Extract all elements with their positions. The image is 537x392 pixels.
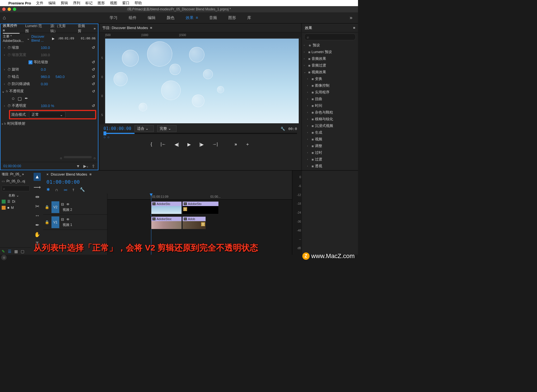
fx-tree-item[interactable]: ›■透视: [302, 163, 358, 169]
fx-tree-item[interactable]: ›■扭曲: [302, 96, 358, 102]
slip-tool-icon[interactable]: ↔: [35, 213, 40, 219]
ec-scroll-left-icon[interactable]: ○: [60, 156, 62, 160]
lock-v2-icon[interactable]: 🔒: [45, 205, 49, 209]
effects-menu-icon[interactable]: ≡: [353, 26, 355, 30]
reset-opacity-section-icon[interactable]: ↺: [92, 89, 95, 93]
ws-audio[interactable]: 音频: [209, 15, 217, 20]
section-time-remap[interactable]: 时间重映射: [7, 121, 25, 126]
clip-v2-b[interactable]: fxAdobeSto 交: [182, 201, 219, 214]
fx-tree-item[interactable]: ›■实用程序: [302, 89, 358, 96]
track-head-v2[interactable]: 🔒 V2 ⊟视频 2: [43, 200, 107, 215]
uniform-scale-checkbox[interactable]: ✓: [29, 60, 32, 64]
fx-tree-item[interactable]: ⌄■视频效果: [302, 69, 358, 75]
clip-v1-b[interactable]: fxAdob 交: [182, 216, 206, 229]
track-select-tool-icon[interactable]: ⟶: [34, 184, 41, 190]
toggle-v1-icon[interactable]: [66, 217, 70, 221]
ws-color[interactable]: 颜色: [167, 15, 175, 20]
timeline-seq-name[interactable]: Discover Blend Modes: [51, 172, 87, 176]
ec-filter-icon[interactable]: ▼: [76, 164, 80, 168]
menu-help[interactable]: 帮助: [135, 1, 142, 6]
blend-mode-dropdown[interactable]: 正常 ⌄: [29, 112, 65, 118]
section-opacity[interactable]: 不透明度: [9, 89, 24, 94]
linked-icon[interactable]: ⫘: [63, 187, 67, 192]
workspace-overflow-icon[interactable]: »: [350, 15, 355, 21]
tab-lumetri-scopes[interactable]: Lumetri 范围: [25, 23, 45, 34]
fx-tree-item[interactable]: ›■图像控制: [302, 82, 358, 89]
val-scale[interactable]: 100.0: [41, 46, 50, 50]
pen-tool-icon[interactable]: ✒: [35, 222, 39, 228]
ws-effects[interactable]: 效果 ≡: [186, 15, 198, 20]
v1-target[interactable]: V1: [51, 216, 59, 228]
tab-effect-controls[interactable]: 效果控件 ≡: [3, 23, 20, 34]
label-swatch-green[interactable]: [2, 200, 6, 204]
toggle-v2-icon[interactable]: [66, 202, 70, 206]
sync-lock-v1-icon[interactable]: ⊟: [61, 217, 64, 221]
clip-v1-a[interactable]: fxAdobeStoc: [151, 216, 182, 229]
ec-sequence-clip[interactable]: Discover Blend ...: [31, 35, 50, 42]
goto-out-icon[interactable]: →|: [212, 142, 218, 147]
goto-in-icon[interactable]: |←: [161, 142, 166, 147]
ws-learn[interactable]: 学习: [110, 15, 117, 20]
menu-clip[interactable]: 剪辑: [61, 1, 68, 6]
mark-in-icon[interactable]: {: [151, 142, 152, 147]
add-marker-icon[interactable]: ＋: [245, 141, 250, 147]
item-name-2[interactable]: M: [11, 206, 14, 210]
menu-window[interactable]: 窗口: [122, 1, 129, 6]
item-name-1[interactable]: Di: [12, 200, 15, 204]
step-fwd-icon[interactable]: |▶: [199, 142, 204, 147]
fx-tree-item[interactable]: ›■杂色与颗粒: [302, 109, 358, 116]
settings-wrench-icon[interactable]: 🔧: [281, 127, 285, 131]
ws-libraries[interactable]: 库: [247, 15, 251, 20]
fx-tree-item[interactable]: ›■音频过渡: [302, 62, 358, 69]
settings-icon[interactable]: 🔧: [80, 187, 85, 192]
bin-icon[interactable]: ▭: [2, 179, 5, 183]
label-swatch-orange[interactable]: [2, 206, 6, 210]
menu-marker[interactable]: 标记: [85, 1, 93, 6]
menu-edit[interactable]: 编辑: [48, 1, 56, 6]
val-flicker[interactable]: 0.00: [41, 82, 48, 86]
ripple-tool-icon[interactable]: ⇹: [35, 194, 39, 200]
column-name[interactable]: 名称: [8, 193, 15, 198]
menu-graphics[interactable]: 图形: [98, 1, 105, 6]
ec-master-clip[interactable]: 主要 * AdobeStock...: [3, 34, 25, 43]
ec-export-icon[interactable]: ⇪: [92, 164, 95, 168]
app-name[interactable]: Premiere Pro: [8, 1, 31, 5]
fx-tree-item[interactable]: ›■过时: [302, 149, 358, 156]
val-anchor-x[interactable]: 960.0: [41, 75, 50, 79]
prop-opacity[interactable]: 不透明度: [12, 103, 40, 108]
fx-tree-item[interactable]: ›■时间: [302, 102, 358, 109]
ec-play-icon[interactable]: ▶: [52, 37, 55, 41]
freeform-view-icon[interactable]: ▢: [21, 249, 24, 254]
reset-rotation-icon[interactable]: ↺: [92, 67, 95, 72]
transport-more-icon[interactable]: »: [235, 142, 237, 147]
snap-icon[interactable]: ✱: [46, 187, 50, 192]
razor-tool-icon[interactable]: ✂: [35, 203, 39, 209]
effects-search[interactable]: ⌕: [304, 34, 356, 40]
mask-pen-icon[interactable]: ✒: [25, 96, 28, 101]
lock-v1-icon[interactable]: 🔒: [45, 220, 49, 224]
fx-tree-item[interactable]: ›■Lumetri 预设: [302, 49, 358, 55]
val-rotation[interactable]: 0.0: [41, 67, 46, 72]
reset-flicker-icon[interactable]: ↺: [92, 82, 95, 86]
ws-editing[interactable]: 编辑: [148, 15, 156, 20]
fx-tree-item[interactable]: ›■过渡: [302, 156, 358, 163]
hand-tool-icon[interactable]: ✋: [34, 232, 40, 238]
reset-scale-icon[interactable]: ↺: [92, 45, 95, 50]
track-head-v1[interactable]: 🔒 V1 ⊟视频 1: [43, 215, 107, 230]
sync-lock-icon[interactable]: ⊟: [61, 202, 64, 206]
resolution-dropdown[interactable]: 完整 ⌄: [157, 125, 176, 132]
ws-graphics[interactable]: 图形: [228, 15, 236, 20]
zoom-fit-dropdown[interactable]: 适合 ⌄: [135, 125, 154, 132]
ec-scroll-right-icon[interactable]: ○: [93, 156, 96, 160]
ec-tabs-overflow-icon[interactable]: »: [94, 26, 96, 30]
prop-rotation[interactable]: 旋转: [12, 67, 40, 72]
fx-tree-item[interactable]: ›■沉浸式视频: [302, 122, 358, 129]
fx-tree-item[interactable]: ›■生成: [302, 129, 358, 136]
tab-audio-clip[interactable]: 音频剪: [78, 23, 88, 34]
play-icon[interactable]: ▶: [187, 142, 191, 147]
menu-file[interactable]: 文件: [36, 1, 43, 6]
freeform-icon[interactable]: ✎: [2, 249, 5, 254]
reset-anchor-icon[interactable]: ↺: [92, 74, 95, 79]
home-icon[interactable]: ⌂: [3, 15, 11, 21]
icon-view-icon[interactable]: ▦: [14, 249, 18, 254]
